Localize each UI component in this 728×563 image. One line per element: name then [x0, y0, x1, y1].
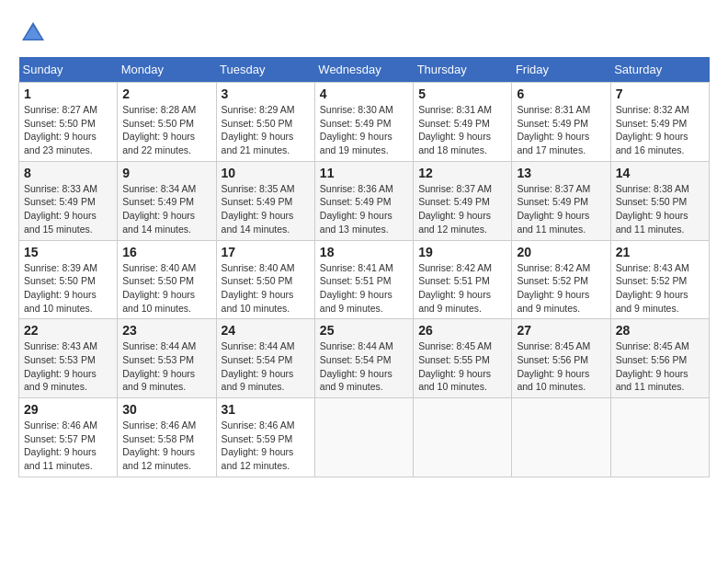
calendar-cell: 25 Sunrise: 8:44 AMSunset: 5:54 PMDaylig…	[314, 319, 413, 398]
day-header-thursday: Thursday	[414, 57, 512, 83]
cell-content: Sunrise: 8:27 AMSunset: 5:50 PMDaylight:…	[24, 104, 97, 155]
cell-content: Sunrise: 8:45 AMSunset: 5:56 PMDaylight:…	[616, 340, 689, 392]
calendar-cell: 29 Sunrise: 8:46 AMSunset: 5:57 PMDaylig…	[19, 398, 118, 477]
day-number: 7	[616, 86, 704, 101]
day-number: 12	[418, 166, 506, 180]
day-number: 28	[616, 323, 704, 338]
day-number: 26	[418, 323, 506, 338]
cell-content: Sunrise: 8:43 AMSunset: 5:53 PMDaylight:…	[24, 340, 97, 392]
day-number: 29	[24, 402, 112, 417]
day-header-monday: Monday	[118, 57, 216, 83]
calendar-cell: 30 Sunrise: 8:46 AMSunset: 5:58 PMDaylig…	[118, 398, 216, 477]
calendar-cell: 2 Sunrise: 8:28 AMSunset: 5:50 PMDayligh…	[118, 83, 216, 162]
day-number: 25	[320, 323, 408, 338]
header-row: SundayMondayTuesdayWednesdayThursdayFrid…	[19, 57, 710, 83]
calendar-cell: 11 Sunrise: 8:36 AMSunset: 5:49 PMDaylig…	[314, 161, 413, 240]
day-number: 8	[24, 166, 112, 180]
calendar-cell: 10 Sunrise: 8:35 AMSunset: 5:49 PMDaylig…	[216, 161, 314, 240]
day-number: 18	[320, 245, 408, 259]
logo	[18, 18, 51, 48]
cell-content: Sunrise: 8:30 AMSunset: 5:49 PMDaylight:…	[320, 104, 393, 155]
cell-content: Sunrise: 8:31 AMSunset: 5:49 PMDaylight:…	[418, 104, 492, 155]
day-number: 23	[122, 323, 210, 338]
calendar-cell: 16 Sunrise: 8:40 AMSunset: 5:50 PMDaylig…	[118, 240, 216, 319]
cell-content: Sunrise: 8:33 AMSunset: 5:49 PMDaylight:…	[24, 183, 97, 235]
calendar-cell	[414, 398, 512, 477]
header	[18, 18, 710, 48]
cell-content: Sunrise: 8:39 AMSunset: 5:50 PMDaylight:…	[24, 262, 97, 314]
day-number: 21	[616, 245, 704, 259]
week-row-5: 29 Sunrise: 8:46 AMSunset: 5:57 PMDaylig…	[19, 398, 710, 477]
day-header-saturday: Saturday	[610, 57, 709, 83]
day-number: 1	[24, 86, 112, 101]
cell-content: Sunrise: 8:43 AMSunset: 5:52 PMDaylight:…	[616, 262, 689, 314]
cell-content: Sunrise: 8:38 AMSunset: 5:50 PMDaylight:…	[616, 183, 689, 235]
cell-content: Sunrise: 8:46 AMSunset: 5:58 PMDaylight:…	[122, 419, 196, 471]
calendar-cell: 12 Sunrise: 8:37 AMSunset: 5:49 PMDaylig…	[414, 161, 512, 240]
cell-content: Sunrise: 8:46 AMSunset: 5:59 PMDaylight:…	[222, 419, 295, 471]
day-number: 11	[320, 166, 408, 180]
calendar-cell: 8 Sunrise: 8:33 AMSunset: 5:49 PMDayligh…	[19, 161, 118, 240]
calendar-cell: 18 Sunrise: 8:41 AMSunset: 5:51 PMDaylig…	[314, 240, 413, 319]
day-number: 17	[222, 245, 310, 259]
day-header-friday: Friday	[512, 57, 610, 83]
cell-content: Sunrise: 8:36 AMSunset: 5:49 PMDaylight:…	[320, 183, 393, 235]
week-row-4: 22 Sunrise: 8:43 AMSunset: 5:53 PMDaylig…	[19, 319, 710, 398]
day-number: 10	[222, 166, 310, 180]
cell-content: Sunrise: 8:29 AMSunset: 5:50 PMDaylight:…	[222, 104, 295, 155]
cell-content: Sunrise: 8:32 AMSunset: 5:49 PMDaylight:…	[616, 104, 689, 155]
calendar-cell: 21 Sunrise: 8:43 AMSunset: 5:52 PMDaylig…	[610, 240, 709, 319]
calendar-cell: 27 Sunrise: 8:45 AMSunset: 5:56 PMDaylig…	[512, 319, 610, 398]
day-number: 27	[517, 323, 605, 338]
cell-content: Sunrise: 8:31 AMSunset: 5:49 PMDaylight:…	[517, 104, 590, 155]
calendar-cell: 22 Sunrise: 8:43 AMSunset: 5:53 PMDaylig…	[19, 319, 118, 398]
week-row-3: 15 Sunrise: 8:39 AMSunset: 5:50 PMDaylig…	[19, 240, 710, 319]
calendar-cell: 31 Sunrise: 8:46 AMSunset: 5:59 PMDaylig…	[216, 398, 314, 477]
day-number: 20	[517, 245, 605, 259]
calendar-cell: 4 Sunrise: 8:30 AMSunset: 5:49 PMDayligh…	[314, 83, 413, 162]
day-header-sunday: Sunday	[19, 57, 118, 83]
calendar-cell: 13 Sunrise: 8:37 AMSunset: 5:49 PMDaylig…	[512, 161, 610, 240]
day-header-tuesday: Tuesday	[216, 57, 314, 83]
calendar-cell: 5 Sunrise: 8:31 AMSunset: 5:49 PMDayligh…	[414, 83, 512, 162]
cell-content: Sunrise: 8:37 AMSunset: 5:49 PMDaylight:…	[418, 183, 492, 235]
calendar-cell: 19 Sunrise: 8:42 AMSunset: 5:51 PMDaylig…	[414, 240, 512, 319]
cell-content: Sunrise: 8:45 AMSunset: 5:55 PMDaylight:…	[418, 340, 492, 392]
day-number: 9	[122, 166, 210, 180]
calendar-cell: 23 Sunrise: 8:44 AMSunset: 5:53 PMDaylig…	[118, 319, 216, 398]
cell-content: Sunrise: 8:44 AMSunset: 5:53 PMDaylight:…	[122, 340, 196, 392]
day-number: 31	[222, 402, 310, 417]
calendar-cell: 3 Sunrise: 8:29 AMSunset: 5:50 PMDayligh…	[216, 83, 314, 162]
day-header-wednesday: Wednesday	[314, 57, 413, 83]
calendar-cell: 7 Sunrise: 8:32 AMSunset: 5:49 PMDayligh…	[610, 83, 709, 162]
day-number: 13	[517, 166, 605, 180]
cell-content: Sunrise: 8:41 AMSunset: 5:51 PMDaylight:…	[320, 262, 393, 314]
calendar-cell: 1 Sunrise: 8:27 AMSunset: 5:50 PMDayligh…	[19, 83, 118, 162]
calendar-cell: 26 Sunrise: 8:45 AMSunset: 5:55 PMDaylig…	[414, 319, 512, 398]
calendar-cell	[610, 398, 709, 477]
day-number: 5	[418, 86, 506, 101]
calendar-cell: 17 Sunrise: 8:40 AMSunset: 5:50 PMDaylig…	[216, 240, 314, 319]
cell-content: Sunrise: 8:40 AMSunset: 5:50 PMDaylight:…	[222, 262, 295, 314]
cell-content: Sunrise: 8:42 AMSunset: 5:52 PMDaylight:…	[517, 262, 590, 314]
cell-content: Sunrise: 8:40 AMSunset: 5:50 PMDaylight:…	[122, 262, 196, 314]
calendar-cell: 14 Sunrise: 8:38 AMSunset: 5:50 PMDaylig…	[610, 161, 709, 240]
logo-icon	[18, 18, 48, 48]
day-number: 19	[418, 245, 506, 259]
calendar-cell: 20 Sunrise: 8:42 AMSunset: 5:52 PMDaylig…	[512, 240, 610, 319]
cell-content: Sunrise: 8:44 AMSunset: 5:54 PMDaylight:…	[222, 340, 295, 392]
calendar-table: SundayMondayTuesdayWednesdayThursdayFrid…	[18, 57, 710, 477]
calendar-cell	[314, 398, 413, 477]
cell-content: Sunrise: 8:35 AMSunset: 5:49 PMDaylight:…	[222, 183, 295, 235]
calendar-cell: 9 Sunrise: 8:34 AMSunset: 5:49 PMDayligh…	[118, 161, 216, 240]
day-number: 4	[320, 86, 408, 101]
cell-content: Sunrise: 8:42 AMSunset: 5:51 PMDaylight:…	[418, 262, 492, 314]
cell-content: Sunrise: 8:37 AMSunset: 5:49 PMDaylight:…	[517, 183, 590, 235]
cell-content: Sunrise: 8:34 AMSunset: 5:49 PMDaylight:…	[122, 183, 196, 235]
cell-content: Sunrise: 8:44 AMSunset: 5:54 PMDaylight:…	[320, 340, 393, 392]
day-number: 14	[616, 166, 704, 180]
day-number: 6	[517, 86, 605, 101]
calendar-cell: 6 Sunrise: 8:31 AMSunset: 5:49 PMDayligh…	[512, 83, 610, 162]
week-row-1: 1 Sunrise: 8:27 AMSunset: 5:50 PMDayligh…	[19, 83, 710, 162]
day-number: 16	[122, 245, 210, 259]
